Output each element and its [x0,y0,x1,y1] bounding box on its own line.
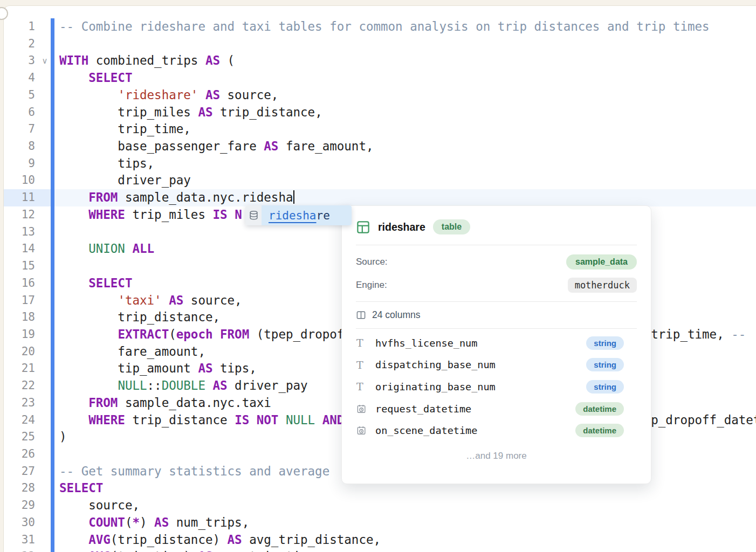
change-indicator-bar [51,104,54,121]
code-line[interactable]: 3∨WITH combined_trips AS ( [4,52,756,70]
change-indicator-bar [51,514,54,532]
line-number[interactable]: 15 [4,258,35,275]
line-number[interactable]: 22 [4,377,35,395]
line-number[interactable]: 19 [4,326,35,343]
column-type-badge: datetime [575,424,624,437]
code-text: -- Combine rideshare and taxi tables for… [59,18,756,36]
code-line[interactable]: 4 SELECT [4,70,756,87]
line-number[interactable]: 10 [4,172,35,189]
line-number[interactable]: 13 [4,224,35,241]
column-name: hvfhs_license_num [375,337,477,349]
line-number[interactable]: 17 [4,292,35,309]
datetime-type-icon [356,404,370,414]
column-type-badge: string [586,336,624,350]
code-line[interactable]: 30 COUNT(*) AS num_trips, [4,514,756,532]
code-text: AVG(trip_time) AS avg_trip_time, [59,548,756,552]
code-line[interactable]: 6 trip_miles AS trip_distance, [4,104,756,121]
line-number[interactable]: 8 [4,138,35,155]
popover-header: rideshare table [342,206,651,245]
line-number[interactable]: 18 [4,309,35,326]
change-indicator-bar [51,18,54,36]
line-number[interactable]: 14 [4,240,35,258]
change-indicator-bar [51,240,54,258]
line-number[interactable]: 5 [4,87,35,104]
line-number[interactable]: 3 [4,52,35,70]
code-line[interactable]: 5 'rideshare' AS source, [4,87,756,104]
autocomplete-rest-text: re [317,209,330,222]
change-indicator-bar [51,497,54,514]
code-line[interactable]: 2 [4,36,756,53]
line-number[interactable]: 12 [4,206,35,224]
change-indicator-bar [51,292,54,309]
table-info-popover: rideshare table Source:sample_dataEngine… [341,205,651,484]
more-columns-text: …and 19 more [342,441,651,475]
text-caret [293,190,294,204]
line-number[interactable]: 25 [4,429,35,446]
line-number[interactable]: 7 [4,121,35,138]
info-label: Source: [356,257,388,267]
change-indicator-bar [51,326,54,343]
line-number[interactable]: 31 [4,532,35,549]
autocomplete-item[interactable]: rideshare [245,205,352,225]
line-number[interactable]: 28 [4,480,35,497]
column-name: dispatching_base_num [375,359,496,370]
line-number[interactable]: 23 [4,395,35,412]
code-text: trip_time, [59,121,756,138]
columns-count-row: 24 columns [342,302,651,328]
code-text: source, [59,497,756,514]
code-text: 'rideshare' AS source, [59,87,756,104]
change-indicator-bar [51,189,54,206]
line-number[interactable]: 2 [4,36,35,53]
columns-list: Thvfhs_license_numstringTdispatching_bas… [342,329,651,441]
change-indicator-bar [51,121,54,138]
line-number[interactable]: 27 [4,463,35,480]
change-indicator-bar [51,224,54,241]
code-text: base_passenger_fare AS fare_amount, [59,138,756,155]
code-line[interactable]: 1-- Combine rideshare and taxi tables fo… [4,18,756,36]
code-text: trip_miles AS trip_distance, [59,104,756,121]
column-name: originating_base_num [375,381,496,392]
column-type-badge: string [586,358,624,371]
info-value-badge: sample_data [566,254,637,270]
code-line[interactable]: 31 AVG(trip_distance) AS avg_trip_distan… [4,532,756,549]
code-line[interactable]: 10 driver_pay [4,172,756,189]
line-number[interactable]: 16 [4,275,35,292]
code-text [59,36,756,53]
code-text: WITH combined_trips AS ( [59,52,756,70]
change-indicator-bar [51,258,54,275]
change-indicator-bar [51,412,54,429]
text-type-icon: T [356,359,370,371]
line-number[interactable]: 26 [4,446,35,463]
code-line[interactable]: 29 source, [4,497,756,514]
table-name: rideshare [378,221,425,233]
line-number[interactable]: 21 [4,360,35,377]
change-indicator-bar [51,463,54,480]
code-line[interactable]: 9 tips, [4,155,756,172]
change-indicator-bar [51,446,54,463]
column-name: on_scene_datetime [375,425,477,436]
line-number[interactable]: 20 [4,343,35,361]
code-text: FROM sample_data.nyc.ridesha [59,189,756,206]
fold-chevron-icon[interactable]: ∨ [39,52,50,70]
line-number[interactable]: 24 [4,412,35,429]
line-number[interactable]: 29 [4,497,35,514]
code-line[interactable]: 32 AVG(trip_time) AS avg_trip_time, [4,548,756,552]
line-number[interactable]: 4 [4,70,35,87]
text-type-icon: T [356,381,370,392]
column-row: Thvfhs_license_numstring [342,332,651,354]
column-row: Toriginating_base_numstring [342,376,651,398]
text-type-icon: T [356,337,370,349]
code-line[interactable]: 11 FROM sample_data.nyc.ridesha [4,189,756,206]
line-number[interactable]: 9 [4,155,35,172]
autocomplete-suggestion-text: rideshare [262,205,352,225]
change-indicator-bar [51,87,54,104]
line-number[interactable]: 32 [4,548,35,552]
code-line[interactable]: 7 trip_time, [4,121,756,138]
change-indicator-bar [51,138,54,155]
line-number[interactable]: 6 [4,104,35,121]
line-number[interactable]: 1 [4,18,35,36]
change-indicator-bar [51,360,54,377]
line-number[interactable]: 11 [4,189,35,206]
line-number[interactable]: 30 [4,514,35,532]
code-line[interactable]: 8 base_passenger_fare AS fare_amount, [4,138,756,155]
